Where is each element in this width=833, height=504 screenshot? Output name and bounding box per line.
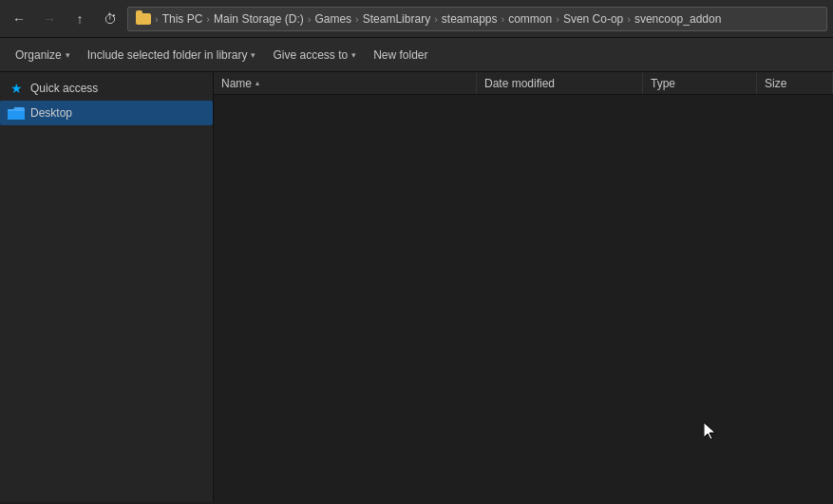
quick-access-star-icon: ★ xyxy=(8,80,25,97)
breadcrumb-addon[interactable]: svencoop_addon xyxy=(634,12,721,26)
main-layout: ★ Quick access Desktop Name ▴ Date m xyxy=(0,72,833,502)
up-button[interactable]: ↑ xyxy=(66,6,93,32)
col-size-label: Size xyxy=(765,77,786,90)
recent-icon: ⏱ xyxy=(104,11,117,27)
breadcrumb-folder-icon xyxy=(136,13,151,25)
breadcrumb-games[interactable]: Games xyxy=(314,12,351,26)
breadcrumb-steamapps[interactable]: steamapps xyxy=(442,12,498,26)
col-type-label: Type xyxy=(651,77,675,90)
recent-button[interactable]: ⏱ xyxy=(97,6,123,32)
quick-access-label: Quick access xyxy=(30,82,98,95)
organize-chevron-icon: ▾ xyxy=(66,50,70,60)
forward-button[interactable]: → xyxy=(36,6,63,32)
include-library-chevron-icon: ▾ xyxy=(251,50,256,60)
up-icon: ↑ xyxy=(77,11,84,27)
breadcrumb-svencoop[interactable]: Sven Co-op xyxy=(563,12,623,26)
include-library-button[interactable]: Include selected folder in library ▾ xyxy=(80,43,264,67)
col-header-size[interactable]: Size xyxy=(757,72,833,94)
col-date-label: Date modified xyxy=(484,77,555,90)
breadcrumb-steamlibrary[interactable]: SteamLibrary xyxy=(363,12,430,26)
col-header-date[interactable]: Date modified xyxy=(477,72,643,94)
desktop-folder-icon xyxy=(8,104,25,121)
file-list[interactable] xyxy=(214,95,833,502)
back-button[interactable]: ← xyxy=(6,6,32,32)
sidebar-item-desktop[interactable]: Desktop xyxy=(0,101,213,125)
breadcrumb[interactable]: › This PC › Main Storage (D:) › Games › … xyxy=(127,7,827,31)
include-library-label: Include selected folder in library xyxy=(87,48,248,62)
new-folder-button[interactable]: New folder xyxy=(366,43,435,67)
toolbar: Organize ▾ Include selected folder in li… xyxy=(0,38,833,72)
give-access-button[interactable]: Give access to ▾ xyxy=(265,43,364,67)
new-folder-label: New folder xyxy=(373,48,427,62)
forward-icon: → xyxy=(43,11,56,27)
breadcrumb-common[interactable]: common xyxy=(508,12,552,26)
nav-bar: ← → ↑ ⏱ › This PC › Main Storage (D:) › … xyxy=(0,0,833,38)
back-icon: ← xyxy=(12,11,26,27)
content-area: Name ▴ Date modified Type Size xyxy=(214,72,833,502)
col-header-type[interactable]: Type xyxy=(643,72,757,94)
col-name-label: Name xyxy=(221,77,252,90)
column-headers: Name ▴ Date modified Type Size xyxy=(214,72,833,95)
breadcrumb-drive[interactable]: Main Storage (D:) xyxy=(214,12,304,26)
give-access-chevron-icon: ▾ xyxy=(351,50,356,60)
organize-button[interactable]: Organize ▾ xyxy=(8,43,78,67)
col-header-name[interactable]: Name ▴ xyxy=(214,72,477,94)
desktop-label: Desktop xyxy=(30,106,72,120)
organize-label: Organize xyxy=(15,48,62,62)
breadcrumb-thispc[interactable]: This PC xyxy=(162,12,203,26)
sidebar-item-quick-access[interactable]: ★ Quick access xyxy=(0,76,213,101)
give-access-label: Give access to xyxy=(273,48,348,62)
sort-asc-icon: ▴ xyxy=(256,79,259,87)
sidebar: ★ Quick access Desktop xyxy=(0,72,214,502)
